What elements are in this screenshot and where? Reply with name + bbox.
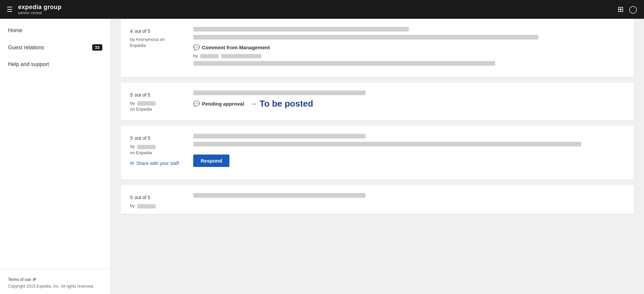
- review-right-2: 💬 Pending approval → To be posted: [193, 91, 625, 112]
- terms-label: Terms of use: [8, 277, 31, 282]
- review-card-3: 5 out of 5 by on Expedia ✉ Share with yo…: [121, 126, 634, 180]
- main-content: 4 out of 5 by Anonymous on Expedia 💬 Com…: [111, 19, 644, 294]
- review-right-3: Respond: [193, 134, 625, 172]
- blur-bar: [193, 142, 581, 146]
- blur-bar: [193, 193, 366, 198]
- sidebar-nav: Home Guest relations 33 Help and support: [0, 19, 110, 266]
- external-link-icon: 🗗: [33, 278, 36, 282]
- topnav-left: ☰ expedia group partner central: [7, 4, 62, 15]
- review-by-3: by on Expedia: [130, 143, 184, 156]
- blur-bar: [193, 61, 495, 66]
- review-right-1: 💬 Comment from Management by: [193, 27, 625, 69]
- management-label: 💬 Comment from Management: [193, 44, 625, 51]
- guest-relations-badge: 33: [92, 44, 102, 51]
- reviewer-name-blur: [137, 204, 156, 209]
- sidebar-footer: Terms of use 🗗 Copyright 2019 Expedia, I…: [0, 272, 110, 294]
- review-score-4: 5 out of 5: [130, 193, 184, 201]
- review-score-3: 5 out of 5: [130, 134, 184, 141]
- sidebar-item-help-support[interactable]: Help and support: [0, 56, 110, 73]
- management-comment-1: 💬 Comment from Management by: [193, 44, 625, 66]
- review-by-4: by: [130, 203, 184, 209]
- brand-name: expedia group: [18, 4, 62, 11]
- blur-bar: [193, 134, 366, 138]
- sidebar-item-help-support-label: Help and support: [8, 61, 49, 67]
- terms-link[interactable]: Terms of use 🗗: [8, 277, 102, 282]
- topnav-right: ⊞ ◯: [618, 5, 637, 14]
- hamburger-icon[interactable]: ☰: [7, 5, 13, 13]
- review-left-4: 5 out of 5 by: [130, 193, 184, 209]
- to-be-posted-text: To be posted: [260, 99, 313, 109]
- brand-sub: partner central: [18, 11, 62, 15]
- copyright-text: Copyright 2019 Expedia, Inc. All rights …: [8, 284, 102, 289]
- sidebar-item-guest-relations-label: Guest relations: [8, 45, 44, 51]
- grid-icon[interactable]: ⊞: [618, 5, 624, 14]
- comment-icon: 💬: [193, 101, 200, 107]
- reviewer-name-blur: [221, 54, 261, 58]
- review-card-2: 5 out of 5 by on Expedia 💬 Pending appro…: [121, 82, 634, 120]
- review-score-1: 4 out of 5: [130, 27, 184, 35]
- management-by: by: [193, 53, 625, 58]
- blur-bar: [193, 35, 538, 40]
- review-by-1: by Anonymous on Expedia: [130, 37, 184, 49]
- review-card-4: 5 out of 5 by: [121, 185, 634, 214]
- user-icon[interactable]: ◯: [629, 5, 637, 14]
- pending-section: 💬 Pending approval → To be posted: [193, 99, 625, 109]
- sidebar-item-home-label: Home: [8, 27, 22, 34]
- review-score-2: 5 out of 5: [130, 91, 184, 98]
- to-be-posted-arrow: → To be posted: [250, 99, 313, 109]
- sidebar-divider: [0, 269, 110, 269]
- reviewer-name-blur: [137, 145, 156, 149]
- review-left-3: 5 out of 5 by on Expedia ✉ Share with yo…: [130, 134, 184, 172]
- top-navigation: ☰ expedia group partner central ⊞ ◯: [0, 0, 644, 19]
- review-right-4: [193, 193, 625, 209]
- sidebar: Home Guest relations 33 Help and support…: [0, 19, 111, 294]
- pending-label: 💬 Pending approval → To be posted: [193, 99, 625, 109]
- layout: Home Guest relations 33 Help and support…: [0, 19, 644, 294]
- sidebar-item-home[interactable]: Home: [0, 22, 110, 39]
- logo: expedia group partner central: [18, 4, 62, 15]
- arrow-right-icon: →: [250, 100, 257, 108]
- reviewer-name-blur: [137, 101, 156, 106]
- blur-bar: [193, 27, 409, 32]
- comment-icon: 💬: [193, 44, 200, 51]
- sidebar-item-guest-relations[interactable]: Guest relations 33: [0, 39, 110, 56]
- review-left-1: 4 out of 5 by Anonymous on Expedia: [130, 27, 184, 69]
- review-left-2: 5 out of 5 by on Expedia: [130, 91, 184, 112]
- review-card-1: 4 out of 5 by Anonymous on Expedia 💬 Com…: [121, 19, 634, 77]
- review-by-2: by on Expedia: [130, 100, 184, 112]
- blur-bar: [193, 91, 366, 95]
- share-staff-link[interactable]: ✉ Share with your staff: [130, 161, 184, 166]
- mail-icon: ✉: [130, 161, 134, 166]
- respond-button[interactable]: Respond: [193, 155, 229, 167]
- reviewer-name-blur: [200, 54, 219, 58]
